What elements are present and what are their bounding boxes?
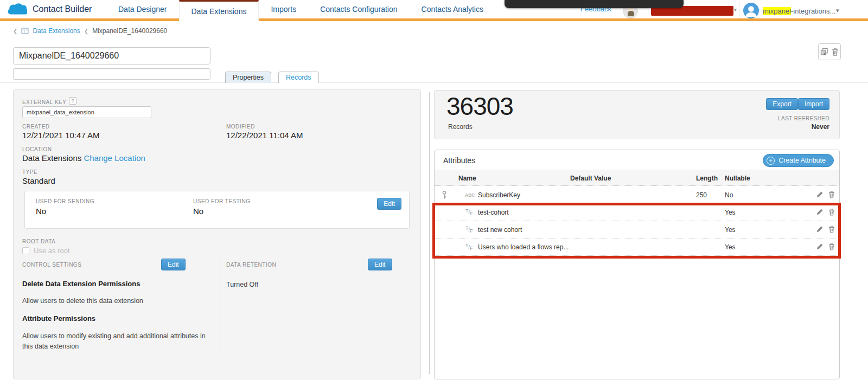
user-menu[interactable]: mixpanel-integrations... (763, 7, 835, 15)
delete-icon[interactable] (828, 225, 835, 233)
panel-divider (429, 92, 430, 374)
type-label: TYPE (22, 169, 37, 175)
detail-tabs: Properties Records (225, 72, 319, 83)
chevron-down-icon[interactable]: ▾ (836, 7, 839, 14)
last-refreshed-label: LAST REFRESHED (778, 115, 829, 121)
records-summary-card: 36303 Records Export Import LAST REFRESH… (434, 90, 840, 139)
attribute-name: test-cohort (478, 209, 509, 216)
nav-item-contacts-configuration[interactable]: Contacts Configuration (308, 0, 409, 18)
export-button[interactable]: Export (766, 98, 798, 110)
attribute-row[interactable]: ABC T/F test new cohort Yes (435, 221, 839, 238)
control-settings-label: CONTROL SETTINGS (22, 262, 81, 268)
attributes-title: Attributes (443, 156, 475, 165)
boolean-type-icon: T/F (465, 208, 473, 216)
username-highlight: mixpanel (763, 7, 791, 15)
root-data-label: ROOT DATA (22, 238, 55, 244)
attribute-permissions-title: Attribute Permissions (22, 314, 95, 322)
use-as-root-checkbox[interactable] (22, 247, 29, 254)
created-label: CREATED (22, 124, 50, 130)
attribute-row[interactable]: ABC T/F Users who loaded a flows rep... … (435, 238, 839, 256)
content-top-border (0, 82, 868, 83)
modified-label: MODIFIED (226, 124, 255, 130)
type-value: Standard (22, 176, 55, 185)
chevron-left-icon: ❮ (84, 28, 88, 34)
column-default-value: Default Value (570, 175, 611, 182)
tab-records[interactable]: Records (278, 72, 319, 83)
delete-icon[interactable] (828, 208, 835, 216)
edit-pencil-icon[interactable] (816, 243, 824, 250)
nav-item-imports[interactable]: Imports (259, 0, 308, 18)
external-key-input[interactable] (22, 106, 151, 118)
used-for-testing-label: USED FOR TESTING (193, 198, 251, 204)
used-for-testing-value: No (193, 207, 203, 216)
app-title: Contact Builder (33, 4, 92, 14)
attribute-permissions-desc: Allow users to modify existing and add a… (22, 331, 209, 352)
control-settings-edit-button[interactable]: Edit (161, 259, 186, 270)
used-for-sending-label: USED FOR SENDING (36, 198, 94, 204)
used-for-sending-value: No (36, 207, 46, 216)
user-avatar[interactable] (743, 3, 759, 18)
topbar-divider (739, 2, 739, 18)
data-retention-edit-button[interactable]: Edit (368, 259, 392, 270)
attribute-rows: ABC T/F SubscriberKey 250 No (435, 186, 839, 256)
help-icon[interactable]: ? (69, 97, 76, 105)
row-actions (816, 208, 835, 216)
boolean-type-icon: T/F (465, 243, 473, 251)
section-divider (220, 259, 220, 352)
external-key-label: EXTERNAL KEY (22, 99, 66, 105)
breadcrumb-data-extensions-link[interactable]: Data Extensions (33, 27, 80, 35)
delete-icon[interactable] (828, 243, 835, 250)
delete-icon[interactable] (832, 48, 839, 56)
records-label: Records (448, 123, 473, 131)
row-actions (816, 243, 835, 250)
attribute-row[interactable]: ABC T/F test-cohort Yes (435, 204, 839, 221)
attribute-length: 250 (696, 191, 707, 199)
extension-description-input[interactable] (13, 68, 210, 80)
chevron-down-icon[interactable]: ▾ (734, 7, 737, 12)
edit-pencil-icon[interactable] (816, 191, 824, 198)
created-value: 12/21/2021 10:47 AM (22, 131, 100, 140)
location-value: Data Extensions (22, 153, 81, 163)
attributes-table-header: Name Default Value Length Nullable (435, 170, 839, 186)
text-type-icon: ABC (465, 192, 475, 198)
column-nullable: Nullable (725, 175, 750, 182)
copy-icon[interactable] (820, 48, 828, 56)
location-label: LOCATION (22, 146, 52, 152)
delete-permissions-desc: Allow users to delete this data extensio… (22, 296, 143, 306)
tab-properties[interactable]: Properties (225, 72, 271, 83)
extension-name-input[interactable] (13, 47, 210, 64)
breadcrumb-current: MixpanelDE_1640029660 (92, 27, 167, 35)
column-length: Length (696, 175, 718, 182)
delete-icon[interactable] (828, 191, 835, 198)
nav-item-data-extensions[interactable]: Data Extensions (179, 0, 259, 21)
salesforce-cloud-icon (7, 2, 27, 16)
nav-items: Data Designer Data Extensions Imports Co… (106, 0, 495, 21)
change-location-link[interactable]: Change Location (84, 153, 145, 163)
chevron-left-icon[interactable]: ❮ (13, 28, 17, 34)
attribute-name: SubscriberKey (478, 191, 520, 199)
nav-item-contacts-analytics[interactable]: Contacts Analytics (410, 0, 495, 18)
usage-edit-button[interactable]: Edit (377, 198, 401, 210)
import-button[interactable]: Import (798, 98, 829, 110)
data-retention-label: DATA RETENTION (226, 262, 276, 268)
create-attribute-button[interactable]: + Create Attribute (763, 154, 834, 167)
attribute-nullable: Yes (725, 209, 736, 216)
use-as-root-label: Use as root (34, 247, 69, 255)
primary-key-icon (442, 190, 447, 202)
edit-pencil-icon[interactable] (816, 208, 824, 216)
username-rest: -integrations... (791, 7, 835, 15)
data-extension-grid-icon (21, 27, 29, 35)
redaction-black-box (505, 0, 684, 8)
nav-item-data-designer[interactable]: Data Designer (106, 0, 179, 18)
last-refreshed-value: Never (812, 123, 829, 131)
person-icon (743, 3, 759, 18)
delete-permissions-title: Delete Data Extension Permissions (22, 280, 140, 288)
edit-pencil-icon[interactable] (816, 225, 824, 233)
column-name: Name (458, 175, 476, 182)
attribute-nullable: Yes (725, 226, 736, 234)
data-retention-value: Turned Off (226, 280, 258, 290)
attribute-row[interactable]: ABC T/F SubscriberKey 250 No (435, 186, 839, 204)
app-logo[interactable]: Contact Builder (7, 2, 92, 16)
record-count: 36303 (446, 92, 513, 121)
row-actions (816, 225, 835, 233)
